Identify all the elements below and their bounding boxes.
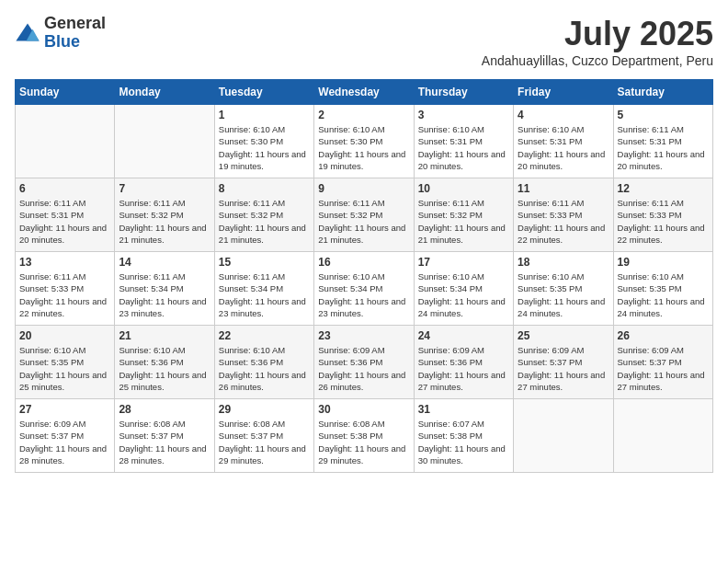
calendar-table: SundayMondayTuesdayWednesdayThursdayFrid… bbox=[15, 79, 713, 473]
calendar-cell: 8Sunrise: 6:11 AM Sunset: 5:32 PM Daylig… bbox=[214, 178, 313, 252]
day-number: 13 bbox=[19, 256, 110, 269]
day-info: Sunrise: 6:09 AM Sunset: 5:36 PM Dayligh… bbox=[418, 344, 509, 393]
day-number: 4 bbox=[518, 109, 609, 121]
calendar-cell: 13Sunrise: 6:11 AM Sunset: 5:33 PM Dayli… bbox=[16, 252, 115, 326]
day-number: 18 bbox=[518, 256, 609, 269]
day-number: 28 bbox=[119, 403, 210, 416]
day-number: 9 bbox=[318, 182, 409, 195]
day-number: 8 bbox=[219, 182, 310, 195]
day-info: Sunrise: 6:07 AM Sunset: 5:38 PM Dayligh… bbox=[418, 418, 509, 466]
day-number: 20 bbox=[19, 329, 110, 342]
week-row-3: 20Sunrise: 6:10 AM Sunset: 5:35 PM Dayli… bbox=[16, 326, 713, 399]
page-header: General Blue July 2025 Andahuaylillas, C… bbox=[15, 15, 713, 68]
calendar-cell: 22Sunrise: 6:10 AM Sunset: 5:36 PM Dayli… bbox=[214, 326, 313, 399]
day-info: Sunrise: 6:08 AM Sunset: 5:37 PM Dayligh… bbox=[219, 418, 310, 466]
day-number: 31 bbox=[418, 403, 509, 416]
day-info: Sunrise: 6:10 AM Sunset: 5:34 PM Dayligh… bbox=[418, 270, 509, 319]
title-section: July 2025 Andahuaylillas, Cuzco Departme… bbox=[482, 15, 713, 68]
day-number: 19 bbox=[618, 256, 709, 269]
calendar-cell: 18Sunrise: 6:10 AM Sunset: 5:35 PM Dayli… bbox=[514, 252, 613, 326]
calendar-cell: 15Sunrise: 6:11 AM Sunset: 5:34 PM Dayli… bbox=[214, 252, 313, 326]
header-row: SundayMondayTuesdayWednesdayThursdayFrid… bbox=[16, 80, 713, 105]
day-number: 22 bbox=[219, 329, 310, 342]
day-number: 15 bbox=[219, 256, 310, 269]
day-number: 16 bbox=[318, 256, 409, 269]
calendar-cell: 5Sunrise: 6:11 AM Sunset: 5:31 PM Daylig… bbox=[613, 105, 712, 178]
day-number: 26 bbox=[618, 329, 709, 342]
day-info: Sunrise: 6:09 AM Sunset: 5:37 PM Dayligh… bbox=[19, 418, 110, 466]
day-info: Sunrise: 6:11 AM Sunset: 5:33 PM Dayligh… bbox=[518, 197, 609, 246]
calendar-cell: 10Sunrise: 6:11 AM Sunset: 5:32 PM Dayli… bbox=[414, 178, 513, 252]
day-info: Sunrise: 6:11 AM Sunset: 5:34 PM Dayligh… bbox=[219, 270, 310, 319]
day-info: Sunrise: 6:10 AM Sunset: 5:31 PM Dayligh… bbox=[418, 123, 509, 172]
calendar-cell bbox=[514, 399, 613, 473]
day-number: 11 bbox=[518, 182, 609, 195]
calendar-cell bbox=[613, 399, 712, 473]
calendar-cell: 12Sunrise: 6:11 AM Sunset: 5:33 PM Dayli… bbox=[613, 178, 712, 252]
day-info: Sunrise: 6:11 AM Sunset: 5:32 PM Dayligh… bbox=[318, 197, 409, 246]
header-wednesday: Wednesday bbox=[314, 80, 414, 105]
calendar-cell: 4Sunrise: 6:10 AM Sunset: 5:31 PM Daylig… bbox=[514, 105, 613, 178]
calendar-cell: 23Sunrise: 6:09 AM Sunset: 5:36 PM Dayli… bbox=[314, 326, 414, 399]
day-number: 5 bbox=[618, 109, 709, 121]
week-row-4: 27Sunrise: 6:09 AM Sunset: 5:37 PM Dayli… bbox=[16, 399, 713, 473]
calendar-cell: 20Sunrise: 6:10 AM Sunset: 5:35 PM Dayli… bbox=[16, 326, 115, 399]
calendar-cell: 3Sunrise: 6:10 AM Sunset: 5:31 PM Daylig… bbox=[414, 105, 513, 178]
day-number: 12 bbox=[618, 182, 709, 195]
calendar-cell: 24Sunrise: 6:09 AM Sunset: 5:36 PM Dayli… bbox=[414, 326, 513, 399]
calendar-cell: 26Sunrise: 6:09 AM Sunset: 5:37 PM Dayli… bbox=[613, 326, 712, 399]
day-info: Sunrise: 6:11 AM Sunset: 5:32 PM Dayligh… bbox=[219, 197, 310, 246]
day-number: 2 bbox=[318, 109, 409, 121]
day-info: Sunrise: 6:11 AM Sunset: 5:31 PM Dayligh… bbox=[618, 123, 709, 172]
day-number: 29 bbox=[219, 403, 310, 416]
calendar-cell: 19Sunrise: 6:10 AM Sunset: 5:35 PM Dayli… bbox=[613, 252, 712, 326]
day-number: 27 bbox=[19, 403, 110, 416]
day-info: Sunrise: 6:11 AM Sunset: 5:33 PM Dayligh… bbox=[19, 270, 110, 319]
day-info: Sunrise: 6:09 AM Sunset: 5:37 PM Dayligh… bbox=[618, 344, 709, 393]
day-info: Sunrise: 6:10 AM Sunset: 5:35 PM Dayligh… bbox=[618, 270, 709, 319]
day-number: 1 bbox=[219, 109, 310, 121]
logo-general: General bbox=[44, 15, 106, 33]
logo: General Blue bbox=[15, 15, 106, 52]
day-info: Sunrise: 6:10 AM Sunset: 5:36 PM Dayligh… bbox=[219, 344, 310, 393]
header-saturday: Saturday bbox=[613, 80, 712, 105]
calendar-cell: 25Sunrise: 6:09 AM Sunset: 5:37 PM Dayli… bbox=[514, 326, 613, 399]
calendar-cell: 2Sunrise: 6:10 AM Sunset: 5:30 PM Daylig… bbox=[314, 105, 414, 178]
day-number: 3 bbox=[418, 109, 509, 121]
logo-text: General Blue bbox=[44, 15, 106, 52]
logo-icon bbox=[15, 20, 40, 46]
day-number: 25 bbox=[518, 329, 609, 342]
day-info: Sunrise: 6:10 AM Sunset: 5:30 PM Dayligh… bbox=[219, 123, 310, 172]
day-info: Sunrise: 6:11 AM Sunset: 5:33 PM Dayligh… bbox=[618, 197, 709, 246]
day-number: 10 bbox=[418, 182, 509, 195]
calendar-cell: 17Sunrise: 6:10 AM Sunset: 5:34 PM Dayli… bbox=[414, 252, 513, 326]
header-monday: Monday bbox=[115, 80, 214, 105]
calendar-cell: 11Sunrise: 6:11 AM Sunset: 5:33 PM Dayli… bbox=[514, 178, 613, 252]
calendar-cell: 27Sunrise: 6:09 AM Sunset: 5:37 PM Dayli… bbox=[16, 399, 115, 473]
location-title: Andahuaylillas, Cuzco Department, Peru bbox=[482, 53, 713, 68]
day-info: Sunrise: 6:10 AM Sunset: 5:35 PM Dayligh… bbox=[19, 344, 110, 393]
day-info: Sunrise: 6:11 AM Sunset: 5:32 PM Dayligh… bbox=[119, 197, 210, 246]
week-row-1: 6Sunrise: 6:11 AM Sunset: 5:31 PM Daylig… bbox=[16, 178, 713, 252]
calendar-cell: 31Sunrise: 6:07 AM Sunset: 5:38 PM Dayli… bbox=[414, 399, 513, 473]
day-number: 7 bbox=[119, 182, 210, 195]
day-info: Sunrise: 6:09 AM Sunset: 5:36 PM Dayligh… bbox=[318, 344, 409, 393]
calendar-cell bbox=[16, 105, 115, 178]
calendar-cell: 29Sunrise: 6:08 AM Sunset: 5:37 PM Dayli… bbox=[214, 399, 313, 473]
day-number: 17 bbox=[418, 256, 509, 269]
header-friday: Friday bbox=[514, 80, 613, 105]
day-info: Sunrise: 6:08 AM Sunset: 5:38 PM Dayligh… bbox=[318, 418, 409, 466]
calendar-cell: 28Sunrise: 6:08 AM Sunset: 5:37 PM Dayli… bbox=[115, 399, 214, 473]
day-info: Sunrise: 6:10 AM Sunset: 5:36 PM Dayligh… bbox=[119, 344, 210, 393]
day-info: Sunrise: 6:10 AM Sunset: 5:34 PM Dayligh… bbox=[318, 270, 409, 319]
calendar-cell: 7Sunrise: 6:11 AM Sunset: 5:32 PM Daylig… bbox=[115, 178, 214, 252]
day-info: Sunrise: 6:08 AM Sunset: 5:37 PM Dayligh… bbox=[119, 418, 210, 466]
calendar-cell: 9Sunrise: 6:11 AM Sunset: 5:32 PM Daylig… bbox=[314, 178, 414, 252]
day-info: Sunrise: 6:11 AM Sunset: 5:34 PM Dayligh… bbox=[119, 270, 210, 319]
week-row-0: 1Sunrise: 6:10 AM Sunset: 5:30 PM Daylig… bbox=[16, 105, 713, 178]
day-number: 24 bbox=[418, 329, 509, 342]
day-info: Sunrise: 6:09 AM Sunset: 5:37 PM Dayligh… bbox=[518, 344, 609, 393]
calendar-cell: 30Sunrise: 6:08 AM Sunset: 5:38 PM Dayli… bbox=[314, 399, 414, 473]
header-sunday: Sunday bbox=[16, 80, 115, 105]
day-number: 30 bbox=[318, 403, 409, 416]
